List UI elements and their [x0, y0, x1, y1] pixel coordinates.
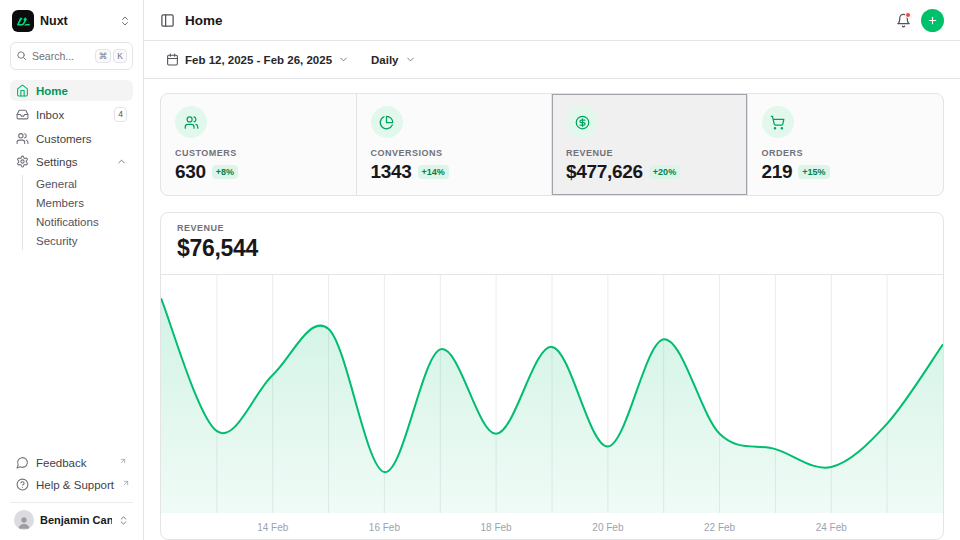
svg-text:22 Feb: 22 Feb — [704, 522, 736, 533]
stat-delta-badge: +8% — [212, 165, 238, 179]
workspace-name: Nuxt — [40, 14, 113, 28]
external-link-icon — [119, 457, 127, 465]
home-icon — [16, 84, 29, 97]
page-title: Home — [185, 13, 223, 28]
chevrons-up-down-icon — [118, 515, 129, 526]
revenue-panel: REVENUE $76,544 14 Feb16 Feb18 Feb20 Feb… — [160, 212, 944, 540]
message-bubble-icon — [16, 456, 29, 469]
help-circle-icon — [16, 478, 29, 491]
stat-card-customers[interactable]: CUSTOMERS 630 +8% — [161, 94, 357, 195]
date-range-picker[interactable]: Feb 12, 2025 - Feb 26, 2025 — [160, 49, 355, 70]
date-range-label: Feb 12, 2025 - Feb 26, 2025 — [185, 54, 332, 66]
app: Nuxt Search... ⌘K Home In — [0, 0, 960, 540]
sidebar-item-security[interactable]: Security — [32, 232, 133, 250]
user-name: Benjamin Canac — [40, 514, 112, 526]
stat-value: 630 — [175, 161, 206, 183]
sidebar-item-label: General — [36, 178, 129, 190]
stats-cards: CUSTOMERS 630 +8% CONVERSIONS 1343 +14% — [160, 93, 944, 196]
nuxt-logo — [12, 10, 34, 32]
external-link-icon — [122, 479, 130, 487]
kbd-cmd: ⌘ — [95, 49, 112, 63]
stat-label: REVENUE — [566, 148, 733, 158]
revenue-area-chart: 14 Feb16 Feb18 Feb20 Feb22 Feb24 Feb — [161, 275, 943, 539]
sidebar-nav: Home Inbox 4 Customers Settings — [10, 80, 133, 250]
svg-text:18 Feb: 18 Feb — [481, 522, 513, 533]
sidebar-footer: Feedback Help & Support Benjamin Canac — [10, 452, 133, 534]
sidebar-item-label: Inbox — [36, 109, 107, 121]
filters-toolbar: Feb 12, 2025 - Feb 26, 2025 Daily — [144, 41, 960, 79]
revenue-panel-label: REVENUE — [177, 223, 927, 233]
chevron-down-icon — [338, 54, 349, 65]
sidebar-item-label: Customers — [36, 133, 127, 145]
chart-pie-icon — [371, 106, 403, 138]
sidebar-item-general[interactable]: General — [32, 175, 133, 193]
stat-label: CONVERSIONS — [371, 148, 538, 158]
stat-card-revenue[interactable]: REVENUE $477,626 +20% — [552, 94, 748, 195]
stat-delta-badge: +14% — [418, 165, 449, 179]
sidebar-item-label: Home — [36, 85, 127, 97]
stat-value: 219 — [762, 161, 793, 183]
svg-text:16 Feb: 16 Feb — [369, 522, 401, 533]
search-icon — [16, 47, 27, 65]
sidebar-item-inbox[interactable]: Inbox 4 — [10, 103, 133, 126]
stat-delta-badge: +15% — [798, 165, 829, 179]
stat-card-orders[interactable]: ORDERS 219 +15% — [748, 94, 944, 195]
chevrons-up-down-icon — [119, 15, 131, 27]
stat-label: ORDERS — [762, 148, 930, 158]
stat-card-conversions[interactable]: CONVERSIONS 1343 +14% — [357, 94, 553, 195]
sidebar-item-home[interactable]: Home — [10, 80, 133, 101]
user-menu[interactable]: Benjamin Canac — [10, 502, 133, 534]
search-input[interactable]: Search... ⌘K — [10, 42, 133, 70]
feedback-link[interactable]: Feedback — [10, 452, 133, 473]
content: CUSTOMERS 630 +8% CONVERSIONS 1343 +14% — [144, 79, 960, 540]
collapse-sidebar-button[interactable] — [160, 13, 175, 28]
shopping-cart-icon — [762, 106, 794, 138]
revenue-panel-value: $76,544 — [177, 235, 927, 262]
revenue-chart: 14 Feb16 Feb18 Feb20 Feb22 Feb24 Feb — [161, 275, 943, 539]
sidebar-item-label: Security — [36, 235, 129, 247]
period-label: Daily — [371, 54, 399, 66]
help-support-label: Help & Support — [36, 479, 114, 491]
inbox-count-badge: 4 — [114, 107, 127, 122]
sidebar-item-settings[interactable]: Settings — [10, 151, 133, 172]
workspace-switcher[interactable]: Nuxt — [10, 10, 133, 42]
help-support-link[interactable]: Help & Support — [10, 474, 133, 495]
calendar-icon — [166, 53, 179, 66]
sidebar-item-label: Notifications — [36, 216, 129, 228]
search-kbd-shortcut: ⌘K — [95, 49, 127, 63]
stat-value: $477,626 — [566, 161, 643, 183]
search-placeholder: Search... — [32, 50, 90, 62]
period-select[interactable]: Daily — [365, 50, 422, 70]
kbd-k: K — [113, 49, 127, 63]
revenue-panel-header: REVENUE $76,544 — [161, 213, 943, 275]
plus-icon — [927, 14, 938, 27]
dollar-circle-icon — [566, 106, 598, 138]
feedback-label: Feedback — [36, 457, 111, 469]
sidebar-item-label: Settings — [36, 156, 109, 168]
chevron-up-icon — [116, 156, 127, 167]
page-header: Home — [144, 0, 960, 41]
svg-text:24 Feb: 24 Feb — [816, 522, 848, 533]
settings-submenu: General Members Notifications Security — [22, 175, 133, 250]
inbox-icon — [16, 108, 29, 121]
notifications-button[interactable] — [896, 13, 911, 28]
users-icon — [175, 106, 207, 138]
sidebar-item-label: Members — [36, 197, 129, 209]
main: Home Feb 12, 2025 - Feb 26, 2025 — [144, 0, 960, 540]
users-icon — [16, 132, 29, 145]
stat-delta-badge: +20% — [649, 165, 680, 179]
svg-text:14 Feb: 14 Feb — [257, 522, 289, 533]
sidebar-item-members[interactable]: Members — [32, 194, 133, 212]
sidebar-item-customers[interactable]: Customers — [10, 128, 133, 149]
avatar — [14, 510, 34, 530]
add-button[interactable] — [921, 9, 944, 32]
chevron-down-icon — [405, 54, 416, 65]
notification-dot — [905, 12, 911, 18]
stat-label: CUSTOMERS — [175, 148, 342, 158]
svg-text:20 Feb: 20 Feb — [592, 522, 624, 533]
sidebar: Nuxt Search... ⌘K Home In — [0, 0, 144, 540]
sidebar-item-notifications[interactable]: Notifications — [32, 213, 133, 231]
stat-value: 1343 — [371, 161, 412, 183]
gear-icon — [16, 155, 29, 168]
